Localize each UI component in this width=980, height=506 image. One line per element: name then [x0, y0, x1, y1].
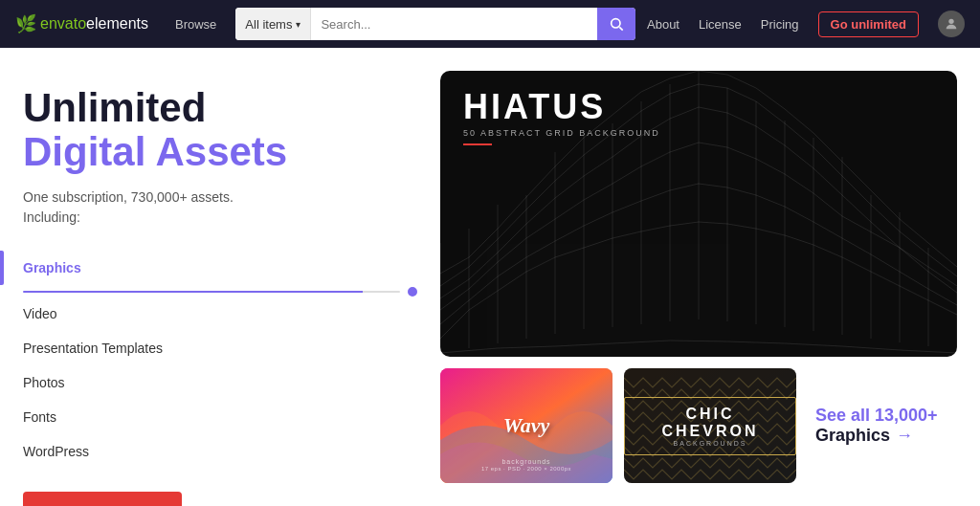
svg-line-1: [619, 27, 622, 30]
category-item-presentation-templates[interactable]: Presentation Templates: [23, 331, 417, 365]
search-input[interactable]: [311, 17, 597, 32]
see-all-label: Graphics →: [815, 426, 957, 446]
category-item-graphics[interactable]: Graphics: [23, 251, 417, 285]
user-avatar[interactable]: [938, 11, 965, 37]
hero-title-line2: Digital Assets: [23, 130, 417, 174]
chevron-down-icon: ▾: [296, 19, 301, 30]
category-item-photos[interactable]: Photos: [23, 365, 417, 400]
category-list: Graphics Video Presentation Templates Ph…: [23, 251, 417, 469]
logo-icon: 🌿: [15, 13, 36, 34]
logo-text: envatoelements: [40, 15, 148, 33]
active-indicator: [0, 251, 4, 285]
main-content: Unlimited Digital Assets One subscriptio…: [0, 48, 980, 506]
hero-card-accent: [463, 143, 492, 145]
see-all-graphics[interactable]: See all 13,000+ Graphics →: [808, 406, 957, 446]
chevron-card-subtitle: BACKGROUNDS: [638, 440, 782, 447]
wavy-card-title: Wavy: [503, 413, 549, 438]
license-link[interactable]: License: [699, 17, 742, 32]
chic-chevron-card[interactable]: CHIC CHEVRON BACKGROUNDS: [624, 368, 796, 483]
nav-links: About License Pricing Go unlimited: [647, 11, 965, 37]
about-link[interactable]: About: [647, 17, 679, 32]
pricing-link[interactable]: Pricing: [761, 17, 799, 32]
browse-label: Browse: [175, 17, 216, 32]
progress-indicator: [23, 287, 417, 297]
filter-label: All items: [245, 17, 292, 32]
see-all-count: See all 13,000+: [815, 406, 957, 426]
category-item-video[interactable]: Video: [23, 297, 417, 331]
right-panel: .wl { stroke: #888; stroke-width: 0.4; f…: [440, 48, 980, 506]
hero-feature-card[interactable]: .wl { stroke: #888; stroke-width: 0.4; f…: [440, 71, 957, 357]
arrow-right-icon: →: [896, 426, 913, 446]
progress-bar: [23, 291, 400, 293]
search-filter-dropdown[interactable]: All items ▾: [235, 8, 311, 40]
logo[interactable]: 🌿 envatoelements: [15, 13, 148, 34]
search-icon: [609, 16, 624, 32]
chevron-card-title: CHIC CHEVRON: [638, 406, 782, 440]
browse-button[interactable]: Browse: [167, 13, 224, 35]
browse-all-button[interactable]: Browse all items: [23, 492, 182, 506]
svg-point-2: [948, 19, 953, 24]
search-bar: All items ▾: [235, 8, 635, 40]
user-icon: [944, 16, 959, 32]
go-unlimited-button[interactable]: Go unlimited: [818, 11, 919, 37]
hero-subtitle: One subscription, 730,000+ assets. Inclu…: [23, 187, 417, 228]
hero-title-line1: Unlimited: [23, 86, 417, 130]
category-item-fonts[interactable]: Fonts: [23, 400, 417, 434]
wavy-card-subtitle: backgrounds17 eps · PSD · 2000 × 2000px: [440, 458, 612, 472]
category-item-wordpress[interactable]: WordPress: [23, 434, 417, 469]
wavy-card[interactable]: Wavy backgrounds17 eps · PSD · 2000 × 20…: [440, 368, 612, 483]
hero-card-subtitle: 50 ABSTRACT GRID BACKGROUND: [463, 128, 660, 138]
bottom-row: Wavy backgrounds17 eps · PSD · 2000 × 20…: [440, 368, 957, 483]
navbar: 🌿 envatoelements Browse All items ▾ Abou…: [0, 0, 980, 48]
left-panel: Unlimited Digital Assets One subscriptio…: [0, 48, 440, 506]
hero-card-title: HIATUS: [463, 90, 660, 124]
hero-card-content: HIATUS 50 ABSTRACT GRID BACKGROUND: [463, 90, 660, 145]
progress-dot: [408, 287, 417, 297]
search-button[interactable]: [597, 8, 635, 40]
svg-point-0: [612, 19, 620, 28]
